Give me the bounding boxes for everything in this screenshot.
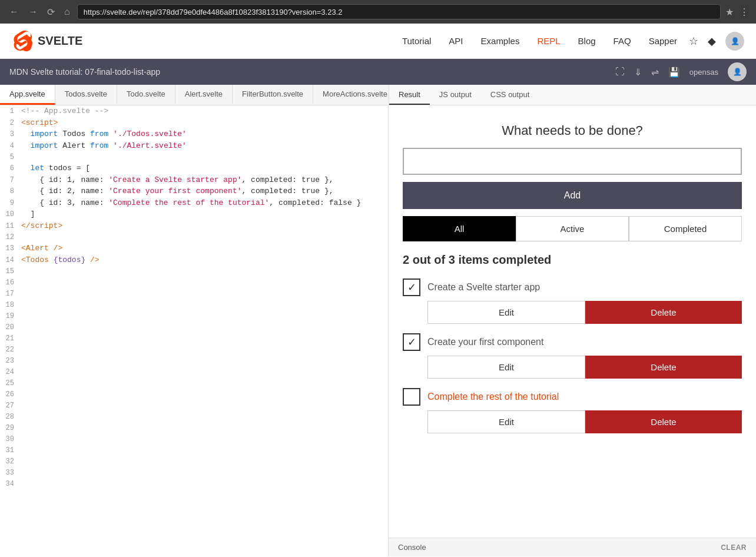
code-editor[interactable]: 1<!-- App.svelte -->2<script>3 import To… [0,105,389,556]
todo-item-1: ✓ Create a Svelte starter app Edit Delet… [403,278,742,324]
tab-filterbutton-svelte[interactable]: FilterButton.svelte [233,85,313,105]
code-line: 9 { id: 3, name: 'Complete the rest of t… [0,197,388,209]
back-button[interactable]: ← [7,5,21,18]
nav-repl[interactable]: REPL [537,36,560,46]
code-line: 13<Alert /> [0,243,388,254]
editor-tabs: App.svelte Todos.svelte Todo.svelte Aler… [0,85,389,105]
fork-button[interactable]: ⇌ [651,67,659,78]
console-bar: Console CLEAR [389,538,756,556]
code-line: 32 [0,456,388,467]
project-actions: ⛶ ⇓ ⇌ 💾 opensas 👤 [615,62,747,81]
tabs-bar: App.svelte Todos.svelte Todo.svelte Aler… [0,85,756,105]
nav-faq[interactable]: FAQ [614,36,631,46]
code-line: 1<!-- App.svelte --> [0,105,388,117]
code-line: 5 [0,151,388,163]
result-content: What needs to be done? Add All Active Co… [389,105,756,538]
todo-item-row-3: Complete the rest of the tutorial [403,388,742,406]
username-label: opensas [689,68,718,77]
todo-item-3: Complete the rest of the tutorial Edit D… [403,388,742,433]
code-line: 15 [0,266,388,277]
filter-completed-button[interactable]: Completed [629,216,742,241]
todo-heading: What needs to be done? [403,123,742,138]
nav-sapper[interactable]: Sapper [649,36,677,46]
todo-actions-1: Edit Delete [427,301,742,324]
browser-chrome: ← → ⟳ ⌂ ★ ⋮ [0,0,756,24]
menu-icon: ⋮ [740,6,749,18]
nav-tutorial[interactable]: Tutorial [402,36,431,46]
todo-delete-button-1[interactable]: Delete [585,301,742,324]
checkmark-icon-1: ✓ [407,282,416,293]
project-title: MDN Svelte tutorial: 07-final-todo-list-… [9,67,160,77]
code-line: 19 [0,310,388,321]
todo-checkbox-1[interactable]: ✓ [403,278,420,296]
console-clear-button[interactable]: CLEAR [721,543,747,552]
forward-button[interactable]: → [26,5,40,18]
result-tabs: Result JS output CSS output [389,85,756,105]
home-button[interactable]: ⌂ [62,5,72,18]
code-line: 17 [0,288,388,299]
code-lines: 1<!-- App.svelte -->2<script>3 import To… [0,105,388,489]
code-line: 7 { id: 1, name: 'Create a Svelte starte… [0,174,388,186]
code-line: 18 [0,299,388,310]
code-line: 31 [0,445,388,456]
result-panel: What needs to be done? Add All Active Co… [389,105,756,556]
code-line: 4 import Alert from './Alert.svelte' [0,140,388,152]
todo-edit-button-2[interactable]: Edit [427,356,585,379]
refresh-button[interactable]: ⟳ [45,5,57,19]
bookmark-icon: ★ [725,6,734,18]
nav-examples[interactable]: Examples [481,36,520,46]
todo-input[interactable] [403,148,742,175]
code-line: 6 let todos = [ [0,163,388,174]
tab-app-svelte[interactable]: App.svelte [0,85,55,105]
top-nav: SVELTE Tutorial API Examples REPL Blog F… [0,24,756,59]
todo-item-row-2: ✓ Create your first component [403,333,742,351]
chat-icon-button[interactable]: ☆ [689,35,698,48]
todo-checkbox-3[interactable] [403,388,420,406]
user-avatar: 👤 [728,62,747,81]
filter-all-button[interactable]: All [403,216,516,241]
todo-edit-button-1[interactable]: Edit [427,301,585,324]
code-line: 2<script> [0,117,388,129]
tab-todos-svelte[interactable]: Todos.svelte [55,85,117,105]
code-line: 26 [0,389,388,400]
browser-icons: ★ ⋮ [725,6,749,18]
tab-alert-svelte[interactable]: Alert.svelte [175,85,233,105]
code-line: 25 [0,377,388,389]
code-line: 10 ] [0,208,388,220]
todo-label-2: Create your first component [427,337,543,347]
code-line: 3 import Todos from './Todos.svelte' [0,128,388,140]
nav-api[interactable]: API [449,36,463,46]
tab-result[interactable]: Result [389,85,430,105]
filter-active-button[interactable]: Active [516,216,629,241]
nav-blog[interactable]: Blog [578,36,596,46]
save-button[interactable]: 💾 [668,67,680,78]
tab-todo-svelte[interactable]: Todo.svelte [117,85,175,105]
github-icon-button[interactable]: ◆ [708,35,716,48]
code-line: 16 [0,277,388,288]
code-line: 29 [0,422,388,433]
logo[interactable]: SVELTE [12,31,82,52]
tab-css-output[interactable]: CSS output [481,85,539,105]
tab-js-output[interactable]: JS output [430,85,481,105]
todo-checkbox-2[interactable]: ✓ [403,333,420,351]
code-line: 27 [0,400,388,411]
todo-delete-button-2[interactable]: Delete [585,356,742,379]
todo-add-button[interactable]: Add [403,182,742,209]
svelte-logo-icon [12,31,33,52]
code-line: 24 [0,366,388,377]
todo-delete-button-3[interactable]: Delete [585,410,742,433]
fullscreen-button[interactable]: ⛶ [615,67,625,77]
url-bar[interactable] [77,4,721,19]
todo-item-row-1: ✓ Create a Svelte starter app [403,278,742,296]
code-line: 20 [0,321,388,333]
code-line: 11</script> [0,220,388,232]
code-line: 28 [0,411,388,422]
code-line: 30 [0,433,388,445]
avatar: 👤 [725,32,744,51]
code-line: 33 [0,467,388,478]
tab-moreactions-svelte[interactable]: MoreActions.svelte [313,85,389,105]
todo-label-1: Create a Svelte starter app [427,282,540,293]
download-button[interactable]: ⇓ [634,67,642,78]
filter-buttons: All Active Completed [403,216,742,241]
todo-edit-button-3[interactable]: Edit [427,410,585,433]
